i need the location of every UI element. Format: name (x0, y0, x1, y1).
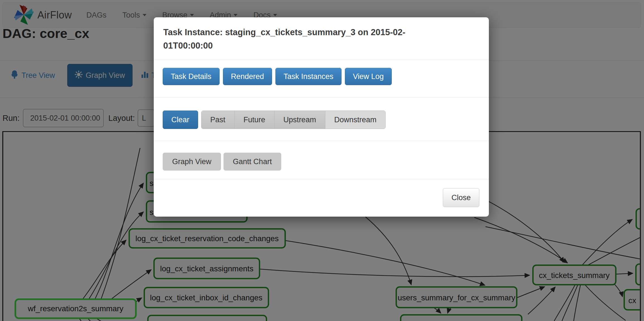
button-label: Graph View (172, 157, 212, 166)
scope-button-group: Past Future Upstream Downstream (201, 111, 386, 129)
modal-footer: Close (154, 179, 489, 217)
button-label: Upstream (283, 116, 316, 124)
modal-gantt-chart-button[interactable]: Gantt Chart (224, 153, 282, 171)
modal-header: Task Instance: staging_cx_tickets_summar… (154, 17, 489, 60)
modal-view-row: Graph View Gantt Chart (154, 141, 489, 179)
button-label: Clear (171, 116, 189, 124)
view-log-button[interactable]: View Log (345, 68, 392, 85)
task-instances-button[interactable]: Task Instances (275, 68, 342, 85)
button-label: Downstream (334, 116, 377, 124)
button-label: Rendered (231, 72, 264, 81)
close-button[interactable]: Close (443, 188, 479, 207)
upstream-toggle[interactable]: Upstream (275, 111, 325, 129)
future-toggle[interactable]: Future (235, 111, 275, 129)
task-details-button[interactable]: Task Details (163, 68, 220, 85)
button-label: View Log (353, 72, 384, 81)
past-toggle[interactable]: Past (201, 111, 235, 129)
button-label: Task Details (171, 72, 212, 81)
task-instance-modal: Task Instance: staging_cx_tickets_summar… (154, 17, 489, 217)
downstream-toggle[interactable]: Downstream (325, 111, 386, 129)
clear-button[interactable]: Clear (163, 111, 198, 129)
modal-title: Task Instance: staging_cx_tickets_summar… (163, 26, 439, 52)
modal-graph-view-button[interactable]: Graph View (163, 153, 221, 171)
button-label: Gantt Chart (233, 157, 272, 166)
button-label: Future (244, 116, 265, 124)
rendered-button[interactable]: Rendered (223, 68, 272, 85)
button-label: Past (210, 116, 225, 124)
airflow-page: AirFlow DAGs Tools Browse Admin Docs (0, 0, 644, 321)
button-label: Close (451, 193, 471, 202)
modal-action-row: Task Details Rendered Task Instances Vie… (154, 60, 489, 98)
modal-clear-row: Clear Past Future Upstream Downstream (154, 98, 489, 141)
button-label: Task Instances (283, 72, 333, 81)
